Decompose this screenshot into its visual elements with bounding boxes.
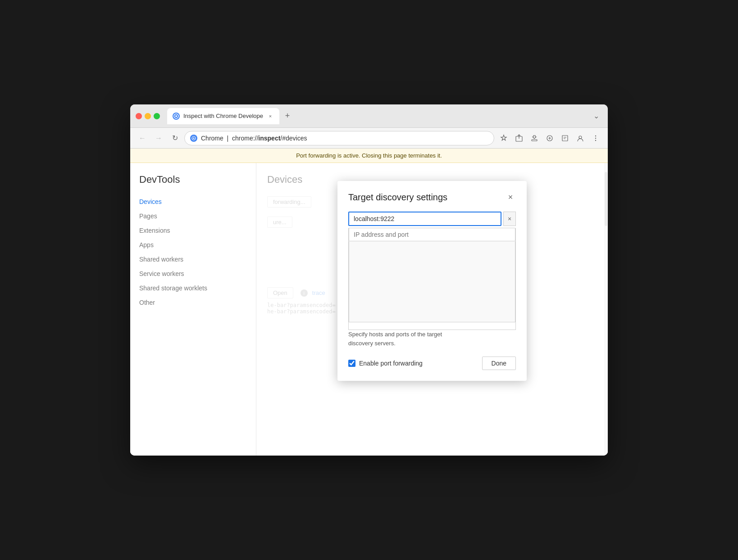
minimize-window-button[interactable] [145,113,151,119]
active-tab[interactable]: Inspect with Chrome Develope × [167,108,279,124]
title-bar: Inspect with Chrome Develope × + ⌄ [130,104,608,128]
reading-list-icon[interactable] [558,131,572,145]
tab-overflow-button[interactable]: ⌄ [590,110,602,122]
share-icon[interactable] [512,131,526,145]
port-forwarding-notice: Port forwarding is active. Closing this … [130,149,608,163]
sidebar-item-service-workers[interactable]: Service workers [130,266,256,281]
address-text: Chrome | chrome://inspect/#devices [201,135,307,142]
nav-icons [497,131,602,145]
enable-port-forwarding-checkbox[interactable] [348,360,355,367]
svg-point-1 [175,115,177,117]
svg-rect-7 [562,135,568,141]
dialog-footer: Enable port forwarding Done [348,357,516,370]
input-clear-button[interactable]: × [503,212,516,226]
new-tab-button[interactable]: + [281,110,294,122]
sidebar-title: DevTools [130,174,256,194]
profile-icon[interactable] [574,131,587,145]
nav-bar: ← → ↻ Chrome | chrome://inspect/#devices [130,128,608,149]
address-bar[interactable]: Chrome | chrome://inspect/#devices [184,131,494,145]
dialog-title: Target discovery settings [348,192,447,203]
sidebar-item-devices[interactable]: Devices [130,194,256,209]
sidebar-item-shared-storage-worklets[interactable]: Shared storage worklets [130,281,256,295]
svg-point-9 [595,135,596,136]
sidebar-item-pages[interactable]: Pages [130,209,256,223]
ip-address-port-input[interactable] [349,228,515,241]
dialog-backdrop: Target discovery settings × × Specify ho… [256,163,608,456]
devtools-beacon-icon[interactable] [543,131,556,145]
traffic-lights [136,113,160,119]
extensions-icon[interactable] [528,131,541,145]
dialog-close-button[interactable]: × [505,192,516,203]
tab-close-button[interactable]: × [267,113,274,120]
maximize-window-button[interactable] [154,113,160,119]
primary-input-row: × [348,212,516,226]
browser-window: Inspect with Chrome Develope × + ⌄ ← → ↻… [130,104,608,456]
sidebar-item-shared-workers[interactable]: Shared workers [130,252,256,266]
svg-point-8 [579,136,582,139]
enable-port-forwarding-text: Enable port forwarding [359,360,423,367]
port-forwarding-text: Port forwarding is active. Closing this … [296,152,442,159]
sidebar-item-extensions[interactable]: Extensions [130,223,256,238]
dialog-header: Target discovery settings × [348,192,516,203]
content-area: DevTools Devices Pages Extensions Apps S… [130,163,608,456]
target-discovery-dialog: Target discovery settings × × Specify ho… [337,181,527,381]
svg-rect-5 [532,140,537,141]
sidebar-item-apps[interactable]: Apps [130,238,256,252]
enable-port-forwarding-label[interactable]: Enable port forwarding [348,360,423,367]
tab-title: Inspect with Chrome Develope [183,113,263,119]
done-button[interactable]: Done [482,357,516,370]
secondary-input-container [348,228,516,330]
input-list-area [349,241,515,322]
main-panel: Devices forwarding... ure... Open i trac… [256,163,608,456]
sidebar-item-other[interactable]: Other [130,295,256,310]
menu-icon[interactable] [589,131,602,145]
svg-point-11 [595,140,596,140]
sidebar: DevTools Devices Pages Extensions Apps S… [130,163,256,456]
bookmark-icon[interactable] [497,131,510,145]
address-favicon-icon [190,135,197,142]
tab-favicon [173,113,180,120]
tab-bar: Inspect with Chrome Develope × + ⌄ [167,108,602,124]
dialog-description: Specify hosts and ports of the targetdis… [348,330,516,348]
back-button[interactable]: ← [136,131,149,145]
close-window-button[interactable] [136,113,142,119]
host-port-input[interactable] [348,212,501,226]
reload-button[interactable]: ↻ [168,131,182,145]
svg-point-10 [595,137,596,138]
forward-button[interactable]: → [152,131,165,145]
svg-point-3 [193,137,195,139]
